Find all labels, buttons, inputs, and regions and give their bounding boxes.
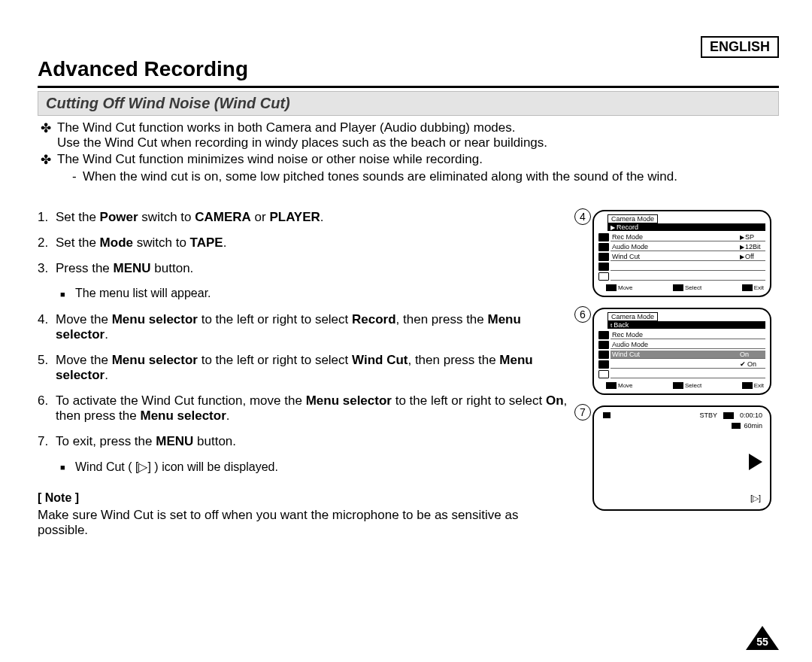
windcut-icon: [▷] — [750, 493, 761, 503]
figure-number-icon: 6 — [574, 306, 591, 323]
menu-row: Rec Mode — [598, 330, 765, 340]
menu-title: Camera Mode — [607, 214, 658, 223]
nav-icon — [673, 284, 683, 291]
language-badge: ENGLISH — [701, 36, 779, 58]
dash-icon: - — [72, 169, 83, 184]
nav-icon — [673, 382, 683, 389]
figures-column: 4 Camera Mode ▶Record Rec Mode▶SP Audio … — [576, 210, 779, 538]
lcd-screen: Camera Mode tBack Rec Mode Audio Mode Wi… — [592, 308, 771, 395]
figure-number-icon: 4 — [574, 208, 591, 225]
figure-4: 4 Camera Mode ▶Record Rec Mode▶SP Audio … — [576, 210, 779, 297]
menu-icon — [598, 331, 609, 339]
stby-label: STBY — [699, 411, 717, 419]
menu-footer: Move Select Exit — [598, 382, 765, 390]
menu-row: Rec Mode▶SP — [598, 232, 765, 242]
menu-icon — [598, 263, 609, 271]
menu-row: Audio Mode — [598, 340, 765, 350]
intro-block: ✤ The Wind Cut function works in both Ca… — [38, 120, 779, 184]
step-4: 4. Move the Menu selector to the left or… — [38, 312, 570, 342]
menu-icon — [598, 233, 609, 241]
bullet-icon: ✤ — [41, 152, 57, 168]
note-heading: [ Note ] — [38, 491, 570, 505]
nav-icon — [742, 382, 753, 389]
menu-row: ✔On — [598, 360, 765, 369]
intro-subline: When the wind cut is on, some low pitche… — [83, 169, 677, 184]
intro-line: The Wind Cut function works in both Came… — [57, 120, 547, 135]
menu-row — [598, 272, 765, 281]
play-icon — [749, 454, 762, 470]
bullet-icon: ✤ — [41, 120, 57, 150]
menu-footer: Move Select Exit — [598, 284, 765, 293]
remain-label: 60min — [744, 422, 762, 430]
nav-icon — [742, 284, 753, 291]
note-body: Make sure Wind Cut is set to off when yo… — [38, 508, 570, 538]
lcd-screen: Camera Mode ▶Record Rec Mode▶SP Audio Mo… — [592, 210, 771, 297]
menu-icon — [598, 370, 609, 378]
menu-selected: ▶Record — [607, 223, 765, 231]
figure-6: 6 Camera Mode tBack Rec Mode Audio Mode … — [576, 308, 779, 395]
step-3: 3. Press the MENU button. ■The menu list… — [38, 261, 570, 302]
lcd-screen: STBY 0:00:10 60min [▷] — [592, 405, 771, 511]
cassette-icon — [732, 423, 741, 429]
title-rule — [38, 86, 779, 88]
menu-row: Audio Mode▶12Bit — [598, 242, 765, 252]
step-5: 5. Move the Menu selector to the left or… — [38, 353, 570, 383]
steps-column: 1. Set the Power switch to CAMERA or PLA… — [38, 210, 576, 538]
intro-line: Use the Wind Cut when recording in windy… — [57, 135, 547, 150]
step-6: 6. To activate the Wind Cut function, mo… — [38, 393, 570, 424]
page-number-badge: 55 — [746, 623, 779, 650]
section-subhead: Cutting Off Wind Noise (Wind Cut) — [38, 91, 779, 116]
menu-row: Wind Cut▶Off — [598, 252, 765, 262]
menu-row — [598, 369, 765, 379]
intro-line: The Wind Cut function minimizes wind noi… — [57, 152, 483, 168]
time-label: 0:00:10 — [740, 411, 762, 419]
menu-icon — [598, 253, 609, 261]
menu-icon — [598, 243, 609, 251]
menu-title: Camera Mode — [607, 312, 658, 321]
menu-row-highlight: Wind CutOn — [598, 350, 765, 360]
menu-back: tBack — [607, 321, 765, 329]
menu-icon — [598, 351, 609, 359]
sp-icon — [723, 412, 734, 419]
nav-icon — [606, 284, 617, 291]
square-bullet-icon: ■ — [60, 460, 75, 475]
figure-7: 7 STBY 0:00:10 60min — [576, 405, 779, 511]
step-1: 1. Set the Power switch to CAMERA or PLA… — [38, 210, 570, 225]
menu-row — [598, 262, 765, 272]
menu-icon — [598, 272, 609, 281]
figure-number-icon: 7 — [574, 404, 591, 421]
menu-icon — [598, 341, 609, 349]
step-2: 2. Set the Mode switch to TAPE. — [38, 235, 570, 251]
nav-icon — [606, 382, 617, 389]
step-7: 7. To exit, press the MENU button. ■Wind… — [38, 434, 570, 475]
page-title: Advanced Recording — [38, 57, 779, 81]
square-bullet-icon: ■ — [60, 287, 75, 302]
rec-icon — [603, 412, 611, 418]
menu-icon — [598, 360, 609, 369]
manual-page: ENGLISH Advanced Recording Cutting Off W… — [0, 0, 812, 662]
